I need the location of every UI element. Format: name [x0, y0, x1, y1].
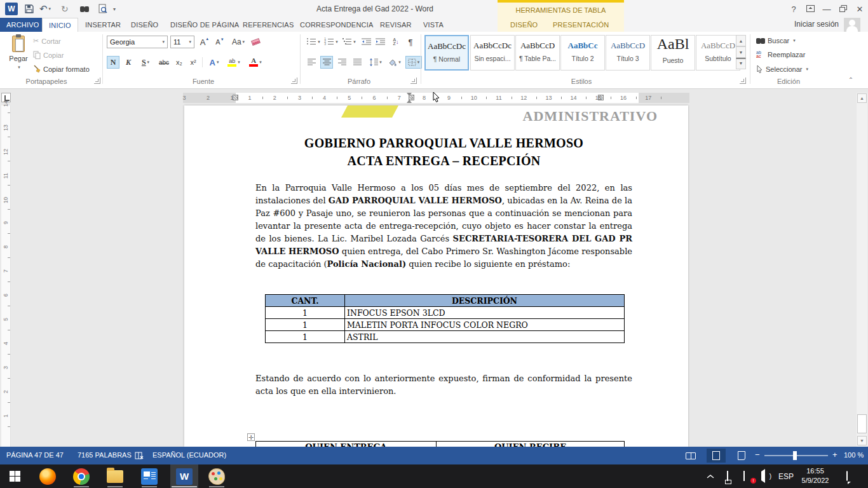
- help-button[interactable]: ?: [785, 4, 802, 15]
- qat-customize-button[interactable]: ▾: [113, 3, 116, 15]
- style-table-paragraph[interactable]: AaBbCcD ¶ Table Pa...: [515, 35, 560, 71]
- highlight-color-button[interactable]: ab ▾: [225, 56, 243, 69]
- first-line-indent-marker[interactable]: [407, 93, 412, 96]
- word-count[interactable]: 7165 PALABRAS: [78, 451, 132, 459]
- justify-button[interactable]: [351, 56, 363, 69]
- zoom-in-button[interactable]: +: [832, 450, 837, 459]
- style-subtitulo[interactable]: AaBbCcD Subtítulo: [696, 35, 740, 71]
- copy-button[interactable]: Copiar: [33, 51, 64, 59]
- strikethrough-button[interactable]: abc: [156, 56, 172, 69]
- clock[interactable]: 16:55 5/9/2022: [796, 466, 834, 485]
- decrease-indent-button[interactable]: [360, 36, 372, 48]
- tab-insertar[interactable]: INSERTAR: [79, 18, 127, 32]
- select-button[interactable]: Seleccionar▾: [756, 65, 808, 73]
- tab-table-presentacion[interactable]: PRESENTACIÓN: [546, 18, 615, 32]
- scroll-up-button[interactable]: ▲: [857, 93, 867, 103]
- tab-referencias[interactable]: REFERENCIAS: [236, 18, 300, 32]
- read-mode-button[interactable]: [681, 449, 700, 463]
- vertical-ruler[interactable]: 1413121110987654321: [1, 105, 11, 447]
- avatar[interactable]: [844, 18, 860, 32]
- network-icon[interactable]: [724, 464, 740, 488]
- styles-scroll-up-button[interactable]: ▲: [736, 35, 746, 46]
- superscript-button[interactable]: x²: [187, 56, 200, 69]
- proofing-errors-icon[interactable]: [135, 451, 144, 461]
- restore-button[interactable]: [835, 4, 851, 15]
- format-painter-button[interactable]: Copiar formato: [33, 65, 90, 73]
- tab-vista[interactable]: VISTA: [417, 18, 450, 32]
- styles-scroll-down-button[interactable]: ▼: [736, 46, 746, 58]
- tab-revisar[interactable]: REVISAR: [374, 18, 418, 32]
- scroll-down-button[interactable]: ▼: [857, 436, 867, 445]
- scrollbar-thumb[interactable]: [857, 414, 867, 433]
- zoom-level[interactable]: 100 %: [844, 451, 864, 459]
- collapse-ribbon-button[interactable]: ⌃: [845, 76, 857, 85]
- shading-button[interactable]: ▾: [386, 56, 403, 69]
- line-spacing-button[interactable]: ▾: [367, 56, 384, 69]
- underline-button[interactable]: S▾: [137, 56, 154, 69]
- borders-button[interactable]: ▾: [405, 56, 422, 69]
- signature-table[interactable]: QUIEN ENTREGA QUIEN RECIBE: [255, 441, 625, 447]
- replace-button[interactable]: abac Reemplazar: [756, 51, 805, 58]
- styles-dialog-launcher[interactable]: [740, 78, 746, 84]
- clear-formatting-button[interactable]: [249, 36, 262, 48]
- document-page[interactable]: ADMINISTRATIVO GOBIERNO PARROQUIAL VALLE…: [184, 105, 688, 447]
- web-layout-button[interactable]: [732, 449, 751, 463]
- items-table[interactable]: CANT. DESCRIPCIÓN 1 INFOCUS EPSON 3LCD 1…: [265, 294, 625, 343]
- pilcrow-button[interactable]: ¶: [404, 36, 417, 48]
- tab-table-diseno[interactable]: DISEÑO: [504, 18, 544, 32]
- vertical-scrollbar[interactable]: ▲ ▼: [857, 93, 867, 447]
- tab-correspondencia[interactable]: CORRESPONDENCIA: [294, 18, 379, 32]
- tab-diseno-de-pagina[interactable]: DISEÑO DE PÁGINA: [164, 18, 245, 32]
- text-effects-button[interactable]: A▾: [206, 56, 222, 69]
- align-right-button[interactable]: [336, 56, 348, 69]
- bold-button[interactable]: N: [107, 56, 119, 69]
- print-preview-button[interactable]: [98, 3, 107, 15]
- bullets-button[interactable]: ▾: [305, 36, 322, 48]
- language-indicator[interactable]: ESPAÑOL (ECUADOR): [153, 451, 226, 459]
- tray-expand-chevron[interactable]: [703, 464, 718, 488]
- system-app-icon[interactable]: [141, 468, 158, 485]
- tab-diseno[interactable]: DISEÑO: [125, 18, 165, 32]
- subscript-button[interactable]: x₂: [173, 56, 186, 69]
- tab-inicio[interactable]: INICIO: [42, 18, 78, 32]
- find-button[interactable]: Buscar▾: [756, 37, 796, 44]
- action-center-icon[interactable]: [841, 464, 860, 488]
- print-layout-button[interactable]: [707, 449, 726, 463]
- styles-gallery-more-button[interactable]: ▼: [736, 58, 746, 69]
- font-size-combo[interactable]: 11▾: [170, 36, 194, 48]
- undo-button[interactable]: ↶▾: [39, 3, 51, 15]
- start-button[interactable]: [0, 464, 31, 488]
- align-center-button[interactable]: [320, 56, 333, 69]
- redo-button[interactable]: ↻: [61, 3, 69, 15]
- tab-archivo[interactable]: ARCHIVO: [0, 18, 46, 32]
- change-case-button[interactable]: Aa▾: [230, 36, 247, 48]
- cut-button[interactable]: ✂Cortar: [33, 37, 61, 45]
- close-button[interactable]: ✕: [851, 4, 868, 15]
- page-indicator[interactable]: PÁGINA 47 DE 47: [6, 451, 64, 459]
- multilevel-list-button[interactable]: ▾: [341, 36, 357, 48]
- style-sin-espaciado[interactable]: AaBbCcDc Sin espaci...: [470, 35, 515, 71]
- find-quick-button[interactable]: [80, 3, 89, 15]
- ribbon-display-options-button[interactable]: [802, 4, 818, 15]
- save-button[interactable]: [24, 3, 34, 15]
- increase-indent-button[interactable]: [374, 36, 386, 48]
- hanging-indent-marker[interactable]: [407, 100, 412, 103]
- file-explorer-icon[interactable]: [107, 470, 123, 483]
- table-move-handle[interactable]: ✛: [247, 433, 255, 441]
- sign-in-link[interactable]: Iniciar sesión: [794, 20, 839, 29]
- action-required-icon[interactable]: !: [740, 464, 757, 488]
- paint-icon[interactable]: [208, 468, 225, 485]
- zoom-slider-handle[interactable]: [793, 451, 797, 460]
- firefox-icon[interactable]: [39, 468, 56, 485]
- paragraph-dialog-launcher[interactable]: [410, 78, 417, 84]
- paste-button[interactable]: Pegar ▾: [6, 36, 31, 75]
- word-icon[interactable]: W: [176, 468, 193, 485]
- style-titulo-3[interactable]: AaBbCcD Título 3: [606, 35, 650, 71]
- input-language-indicator[interactable]: ESP: [776, 464, 796, 488]
- numbering-button[interactable]: ▾: [323, 36, 339, 48]
- font-family-combo[interactable]: Georgia▾: [107, 36, 168, 48]
- style-puesto[interactable]: AaBl Puesto: [651, 35, 695, 71]
- minimize-button[interactable]: —: [818, 4, 835, 15]
- clipboard-dialog-launcher[interactable]: [94, 78, 100, 84]
- zoom-out-button[interactable]: −: [755, 450, 760, 459]
